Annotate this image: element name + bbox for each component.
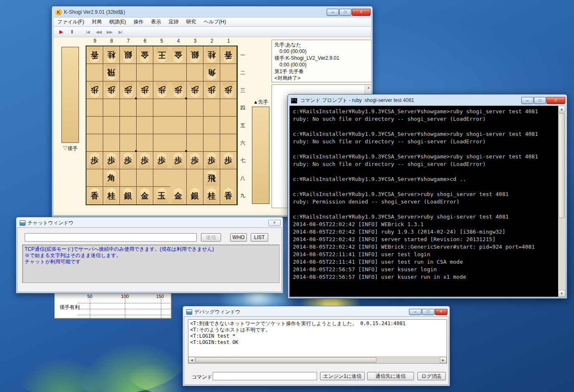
shogi-piece[interactable]: 歩: [205, 153, 218, 168]
board-cell[interactable]: [137, 134, 153, 152]
board-cell[interactable]: [137, 64, 153, 81]
board-cell[interactable]: [220, 117, 237, 134]
board-cell[interactable]: 香: [86, 46, 103, 64]
shogi-piece[interactable]: 飛: [104, 65, 118, 80]
shogi-piece[interactable]: 銀: [121, 188, 135, 204]
board-cell[interactable]: [153, 99, 170, 117]
board-cell[interactable]: [103, 99, 120, 117]
maximize-button[interactable]: □: [339, 9, 351, 16]
board-cell[interactable]: [153, 134, 170, 152]
debug-titlebar[interactable]: デバッグウィンドウ –□×: [184, 306, 449, 316]
board-cell[interactable]: 王: [153, 46, 170, 64]
board-cell[interactable]: 歩: [170, 152, 187, 169]
board-cell[interactable]: 金: [170, 46, 187, 64]
board-cell[interactable]: 金: [137, 187, 153, 204]
board-cell[interactable]: [203, 134, 220, 152]
sente-piece-stand[interactable]: [252, 107, 269, 204]
close-button[interactable]: ×: [268, 220, 281, 226]
board-cell[interactable]: 桂: [103, 187, 120, 204]
menu-item[interactable]: 棋譜(E): [105, 18, 130, 26]
clear-log-button[interactable]: ログ消去: [417, 372, 446, 380]
send-engine1-button[interactable]: エンジン1に送信: [320, 372, 365, 380]
board-cell[interactable]: 歩: [187, 81, 203, 99]
gote-piece-stand[interactable]: [61, 47, 79, 143]
menu-item[interactable]: ヘルプ(H): [200, 18, 230, 26]
scroll-up-icon[interactable]: ▲: [367, 86, 370, 89]
board-cell[interactable]: [86, 134, 103, 152]
board-cell[interactable]: 玉: [153, 187, 170, 204]
board-cell[interactable]: [187, 99, 203, 117]
shogi-piece[interactable]: 金: [171, 47, 185, 63]
scrollbar-thumb[interactable]: [559, 113, 565, 218]
board-cell[interactable]: 桂: [203, 187, 220, 204]
board-cell[interactable]: [103, 117, 120, 134]
board-cell[interactable]: 銀: [187, 187, 203, 204]
board-cell[interactable]: 飛: [103, 64, 120, 81]
scroll-down-icon[interactable]: ▼: [558, 290, 565, 297]
board-cell[interactable]: 桂: [203, 46, 220, 64]
shogi-piece[interactable]: 歩: [104, 82, 118, 98]
board-cell[interactable]: [220, 64, 237, 81]
board-cell[interactable]: [170, 99, 187, 117]
console-text[interactable]: c:¥RailsInstaller¥Ruby1.9.3¥CSA_Server¥s…: [290, 106, 558, 297]
shogi-piece[interactable]: 歩: [138, 82, 152, 98]
board-cell[interactable]: 銀: [120, 187, 137, 204]
shogi-piece[interactable]: 桂: [205, 188, 218, 204]
minimize-button[interactable]: –: [409, 309, 422, 315]
debug-hscrollbar[interactable]: ◀ ▶: [188, 356, 447, 363]
menu-item[interactable]: 定跡: [165, 18, 182, 26]
board-cell[interactable]: [187, 134, 203, 152]
board-cell[interactable]: [120, 134, 137, 152]
shogi-piece[interactable]: 歩: [138, 153, 152, 168]
board-cell[interactable]: 歩: [220, 152, 237, 169]
board-cell[interactable]: 歩: [153, 152, 170, 169]
shogi-piece[interactable]: 香: [88, 188, 102, 204]
shogi-piece[interactable]: 香: [221, 188, 235, 204]
back-button[interactable]: ◀◀: [94, 28, 104, 36]
board-cell[interactable]: 歩: [86, 81, 103, 99]
shogi-piece[interactable]: 歩: [155, 153, 169, 168]
shogi-piece[interactable]: 歩: [221, 153, 235, 168]
menu-item[interactable]: 対局: [88, 18, 105, 26]
menu-item[interactable]: 研究: [182, 18, 200, 26]
shogi-piece[interactable]: 金: [138, 188, 152, 204]
chat-input[interactable]: [25, 233, 197, 242]
board-cell[interactable]: 歩: [203, 152, 220, 169]
board-cell[interactable]: 銀: [120, 46, 137, 64]
shogi-piece[interactable]: 歩: [205, 82, 218, 98]
board-cell[interactable]: [120, 117, 137, 134]
shogi-piece[interactable]: 桂: [104, 188, 118, 204]
board-cell[interactable]: 角: [103, 169, 120, 187]
scroll-up-icon[interactable]: ▲: [558, 106, 565, 112]
who-button[interactable]: WHO: [230, 233, 247, 242]
shogi-piece[interactable]: 飛: [205, 171, 218, 186]
kshogi-titlebar[interactable]: K K-Shogi Ver2.9.01 (32bit版) –□×: [53, 6, 371, 17]
board-cell[interactable]: 金: [170, 187, 187, 204]
maximize-button[interactable]: □: [534, 97, 546, 104]
shogi-piece[interactable]: 歩: [171, 82, 185, 98]
chat-titlebar[interactable]: チャットウィンドウ ×: [17, 217, 282, 227]
console-scrollbar[interactable]: ▲ ▼: [558, 106, 565, 297]
menu-item[interactable]: ファイル(F): [53, 18, 88, 26]
board-cell[interactable]: 歩: [153, 81, 170, 99]
shogi-piece[interactable]: 歩: [221, 82, 235, 98]
board-cell[interactable]: 香: [220, 187, 237, 204]
board-cell[interactable]: 歩: [203, 81, 220, 99]
board-cell[interactable]: [120, 64, 137, 81]
shogi-piece[interactable]: 角: [205, 65, 218, 80]
board-cell[interactable]: 歩: [120, 81, 137, 99]
shogi-piece[interactable]: 角: [104, 170, 118, 186]
board-cell[interactable]: [153, 169, 170, 187]
board-cell[interactable]: [137, 117, 153, 134]
maximize-button[interactable]: □: [422, 309, 434, 315]
board-cell[interactable]: [137, 99, 153, 117]
list-button[interactable]: LIST: [251, 233, 268, 242]
board-cell[interactable]: 歩: [103, 81, 120, 99]
board-cell[interactable]: [103, 134, 120, 152]
shogi-piece[interactable]: 歩: [104, 153, 118, 168]
board-cell[interactable]: [153, 64, 170, 81]
scrollbar-thumb[interactable]: [196, 357, 376, 363]
send-button[interactable]: 送信: [201, 233, 221, 242]
board-cell[interactable]: [220, 169, 237, 187]
board-cell[interactable]: [187, 64, 203, 81]
